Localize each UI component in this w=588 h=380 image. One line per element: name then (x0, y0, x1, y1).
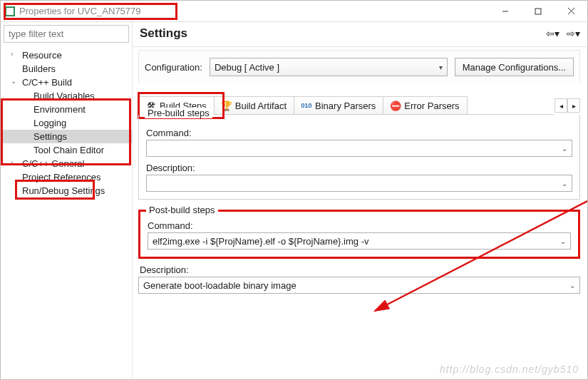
postbuild-command-label: Command: (148, 220, 571, 231)
window-title: Properties for UVC_AN75779 (19, 6, 141, 16)
tab-label: Binary Parsers (315, 101, 376, 111)
binary-icon: 010 (301, 101, 311, 111)
tree-item-builders[interactable]: Builders (1, 62, 132, 76)
tree-item-buildvars[interactable]: Build Variables (1, 89, 132, 103)
postbuild-command-value: elf2img.exe -i ${ProjName}.elf -o ${Proj… (153, 236, 368, 247)
postbuild-desc-input[interactable]: Generate boot-loadable binary image ⌄ (138, 277, 580, 294)
tree-item-projectrefs[interactable]: Project References (1, 170, 132, 184)
prebuild-desc-input[interactable]: ⌄ (146, 175, 572, 192)
tabs-scroll-left[interactable]: ◂ (555, 98, 567, 113)
tree-label: Build Variables (33, 91, 95, 101)
page-content: Configuration: Debug [ Active ] ▾ Manage… (133, 47, 587, 379)
properties-window: Properties for UVC_AN75779 ›Resource Bui… (0, 0, 588, 380)
chevron-down-icon: ⌄ (569, 282, 575, 289)
tree-item-resource[interactable]: ›Resource (1, 48, 132, 62)
postbuild-desc-label: Description: (140, 265, 580, 275)
tree-label: Builders (22, 63, 56, 74)
app-icon (5, 6, 15, 16)
configuration-label: Configuration: (145, 62, 202, 73)
tree-label: Environment (33, 104, 86, 115)
prebuild-command-input[interactable]: ⌄ (146, 140, 572, 157)
prebuild-legend: Pre-build steps (145, 108, 212, 118)
page-heading: Settings ⇦▾ ⇨▾ (133, 22, 587, 47)
postbuild-desc-value: Generate boot-loadable binary image (143, 280, 296, 291)
filter-input[interactable] (4, 25, 129, 43)
tree-item-settings[interactable]: Settings (1, 130, 132, 143)
tree-item-rundebug[interactable]: Run/Debug Settings (1, 184, 132, 197)
tabs-scroll-right[interactable]: ▸ (567, 98, 580, 113)
tree-item-logging[interactable]: Logging (1, 116, 132, 130)
titlebar: Properties for UVC_AN75779 (1, 1, 587, 22)
tab-error-parsers[interactable]: ⛔ Error Parsers (383, 96, 467, 115)
nav-tree: ›Resource Builders ⌄C/C++ Build Build Va… (1, 46, 132, 197)
postbuild-command-input[interactable]: elf2img.exe -i ${ProjName}.elf -o ${Proj… (148, 232, 571, 250)
close-button[interactable] (555, 1, 587, 22)
tree-label: Resource (22, 50, 62, 61)
chevron-down-icon: ▾ (439, 63, 443, 71)
svg-rect-1 (535, 9, 541, 14)
watermark: http://blog.csdn.net/gyb510 (440, 364, 579, 375)
maximize-button[interactable] (522, 1, 555, 22)
postbuild-legend: Post-build steps (146, 205, 218, 215)
configuration-combo[interactable]: Debug [ Active ] ▾ (210, 58, 448, 76)
tab-label: Build Artifact (235, 101, 287, 111)
tab-build-artifact[interactable]: 🏆 Build Artifact (214, 96, 294, 115)
tree-item-environment[interactable]: Environment (1, 103, 132, 116)
tree-label: Settings (33, 131, 67, 142)
right-pane: Settings ⇦▾ ⇨▾ Configuration: Debug [ Ac… (133, 22, 587, 379)
forward-icon[interactable]: ⇨▾ (567, 28, 580, 39)
minimize-button[interactable] (489, 1, 522, 22)
prebuild-group: Pre-build steps Command: ⌄ Description: … (138, 115, 580, 200)
configuration-row: Configuration: Debug [ Active ] ▾ Manage… (138, 50, 580, 83)
tree-item-ccgeneral[interactable]: ›C/C++ General (1, 157, 132, 170)
back-icon[interactable]: ⇦▾ (546, 28, 559, 39)
trophy-icon: 🏆 (222, 101, 232, 111)
page-title: Settings (140, 26, 187, 41)
chevron-down-icon: ⌄ (562, 180, 567, 188)
configuration-value: Debug [ Active ] (215, 62, 279, 73)
tree-label: Project References (22, 172, 101, 183)
nav-arrows: ⇦▾ ⇨▾ (546, 28, 580, 39)
tree-label: Tool Chain Editor (33, 145, 104, 155)
error-icon: ⛔ (391, 101, 401, 111)
tree-label: Run/Debug Settings (22, 185, 105, 196)
postbuild-group: Post-build steps Command: elf2img.exe -i… (138, 210, 580, 259)
tab-binary-parsers[interactable]: 010 Binary Parsers (294, 96, 383, 115)
left-nav-pane: ›Resource Builders ⌄C/C++ Build Build Va… (1, 22, 133, 379)
prebuild-command-label: Command: (146, 128, 572, 138)
tree-item-toolchain[interactable]: Tool Chain Editor (1, 143, 132, 157)
chevron-down-icon: ⌄ (560, 237, 566, 245)
tree-label: Logging (33, 118, 66, 128)
tab-label: Error Parsers (404, 101, 459, 111)
tree-item-ccbuild[interactable]: ⌄C/C++ Build (1, 76, 132, 89)
prebuild-desc-label: Description: (146, 163, 572, 173)
tree-label: C/C++ Build (22, 77, 72, 88)
chevron-down-icon: ⌄ (562, 145, 567, 153)
tree-label: C/C++ General (22, 158, 84, 169)
manage-configurations-button[interactable]: Manage Configurations... (455, 58, 574, 76)
